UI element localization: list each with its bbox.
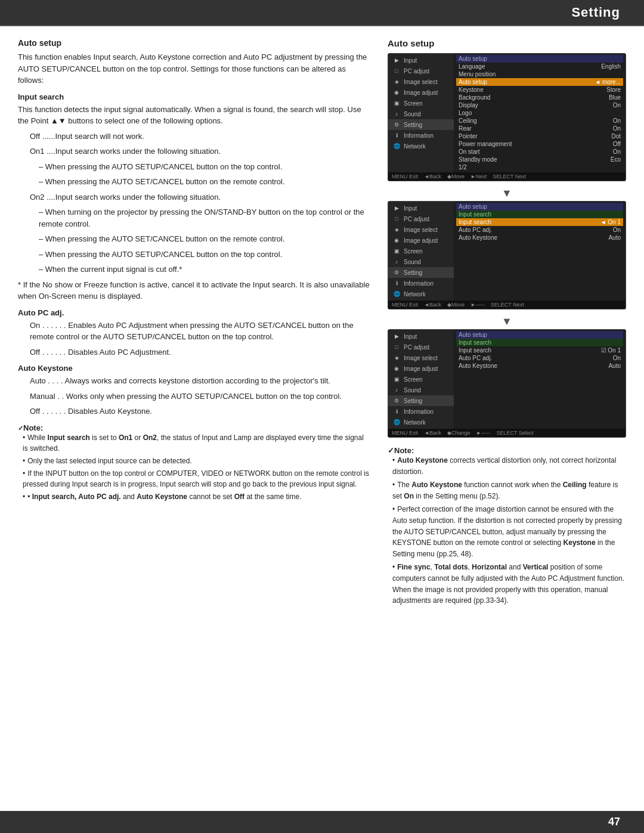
network-icon-3: 🌐 [392, 418, 401, 426]
left-item-input-2: ▶Input [388, 203, 454, 213]
main-content: Auto setup This function enables Input s… [0, 26, 644, 621]
right-note-1: Auto Keystone corrects vertical distorti… [392, 455, 626, 477]
auto-setup-right-title: Auto setup [388, 38, 626, 48]
right-item-auto-pc-2: Auto PC adj.On [456, 226, 623, 234]
imgsel-icon-2: ◈ [392, 225, 401, 234]
menu-bottom-bar-1: MENU Exit ◄Back ◆Move ►Next SELECT Next [388, 172, 626, 181]
left-item-image-adjust: ◉Image adjust [388, 87, 454, 98]
right-item-logo: Logo [456, 109, 623, 117]
right-item-input-search-2: Input search◄ On 1 [456, 218, 623, 226]
setting-icon-1: ⚙ [392, 120, 401, 129]
menu-right-1: Auto setup LanguageEnglish Menu position… [454, 54, 626, 172]
left-note-2: Only the last selected input source can … [23, 456, 370, 466]
left-item-info-3: ℹInformation [388, 406, 454, 417]
on1-item-1: – When pressing the AUTO SETUP/CANCEL bu… [39, 161, 370, 173]
left-item-pc-adjust: □PC adjust [388, 66, 454, 76]
arrow-down-2: ▼ [388, 315, 626, 328]
menu-screenshot-3: ▶Input □PC adjust ◈Image select ◉Image a… [388, 329, 626, 438]
screen-icon-3: ▣ [392, 375, 401, 383]
left-note-3: If the INPUT button on the top control o… [23, 468, 370, 490]
on2-item-1: – When turning on the projector by press… [39, 206, 370, 230]
page-header: Setting [0, 0, 644, 26]
pc-icon-2: □ [392, 215, 401, 223]
left-item-sound-3: ♪Sound [388, 385, 454, 395]
left-item-info-1: ℹInformation [388, 130, 454, 141]
intro-text: This function enables Input search, Auto… [18, 51, 370, 86]
right-item-power-mgmt: Power managementOff [456, 140, 623, 148]
left-column: Auto setup This function enables Input s… [18, 38, 370, 609]
menu-left-1: ▶Input □PC adjust ◈Image select ◉Image a… [388, 54, 454, 172]
left-note-1: While Input search is set to On1 or On2,… [23, 432, 370, 454]
left-item-network-2: 🌐Network [388, 289, 454, 299]
imgadj-icon-2: ◉ [392, 236, 401, 244]
left-item-setting-3: ⚙Setting [388, 395, 454, 406]
left-item-imgsel-2: ◈Image select [388, 224, 454, 235]
right-item-standby: Standby modeEco [456, 156, 623, 163]
left-item-input-3: ▶Input [388, 331, 454, 342]
left-item-sound-2: ♪Sound [388, 256, 454, 267]
input-icon-3: ▶ [392, 332, 401, 340]
right-item-keystone: KeystoneStore [456, 86, 623, 94]
off-text: Off ......Input search will not work. [30, 131, 370, 143]
on2-item-2: – When pressing the AUTO SET/CANCEL butt… [39, 233, 370, 245]
input-search-footnote: * If the No show or Freeze function is a… [18, 279, 370, 302]
image-adjust-icon: ◉ [392, 88, 401, 97]
left-item-info-2: ℹInformation [388, 278, 454, 289]
left-item-network-1: 🌐Network [388, 141, 454, 151]
menu-screenshot-2: ▶Input □PC adjust ◈Image select ◉Image a… [388, 201, 626, 309]
menu-left-2: ▶Input □PC adjust ◈Image select ◉Image a… [388, 202, 454, 301]
input-search-desc: This function detects the input signal a… [18, 104, 370, 127]
menu-bottom-bar-2: MENU Exit ◄Back ◆Move ►----- SELECT Next [388, 301, 626, 309]
setting-icon-2: ⚙ [392, 268, 401, 277]
input-icon-2: ▶ [392, 204, 401, 212]
left-item-network-3: 🌐Network [388, 417, 454, 428]
right-item-background: BackgroundBlue [456, 94, 623, 101]
right-note-3: Perfect correction of the image distorti… [392, 504, 626, 559]
menu-sub-header-2: Input search [456, 210, 623, 218]
sound-icon-2: ♪ [392, 258, 401, 266]
left-item-pc-2: □PC adjust [388, 213, 454, 224]
left-item-imgadj-2: ◉Image adjust [388, 235, 454, 246]
network-icon-1: 🌐 [392, 142, 401, 150]
menu-section-header-2: Auto setup [456, 203, 623, 210]
info-icon-1: ℹ [392, 131, 401, 140]
menu-right-2: Auto setup Input search Input search◄ On… [454, 202, 626, 301]
on1-item-2: – When pressing the AUTO SET/CANCEL butt… [39, 176, 370, 188]
right-item-pointer: PointerDot [456, 132, 623, 140]
menu-bottom-bar-3: MENU Exit ◄Back ◆Change ►----- SELECT Se… [388, 429, 626, 437]
menu-row-1: ▶Input □PC adjust ◈Image select ◉Image a… [388, 54, 626, 172]
auto-pc-adj-title: Auto PC adj. [18, 308, 370, 317]
imgsel-icon-3: ◈ [392, 354, 401, 362]
input-icon: ▶ [392, 56, 401, 64]
imgadj-icon-3: ◉ [392, 364, 401, 373]
auto-setup-left-title: Auto setup [18, 38, 370, 48]
left-item-setting-1: ⚙Setting [388, 119, 454, 130]
right-item-auto-ks-3: Auto KeystoneAuto [456, 362, 623, 370]
left-item-screen-2: ▣Screen [388, 246, 454, 256]
auto-pc-on: On . . . . . . Enables Auto PC Adjustmen… [30, 320, 370, 343]
menu-section-header-3: Auto setup [456, 331, 623, 339]
left-item-input: ▶Input [388, 55, 454, 66]
on2-intro: On2 ....Input search works under the fol… [30, 191, 370, 203]
right-note-title: ✓Note: [388, 446, 626, 455]
page-number: 47 [608, 816, 620, 828]
right-item-rear: RearOn [456, 125, 623, 132]
info-icon-3: ℹ [392, 407, 401, 416]
right-item-on-start: On startOn [456, 148, 623, 156]
pc-adjust-icon: □ [392, 67, 401, 75]
menu-left-3: ▶Input □PC adjust ◈Image select ◉Image a… [388, 330, 454, 429]
menu-sub-header-3: Input search [456, 339, 623, 346]
menu-row-3: ▶Input □PC adjust ◈Image select ◉Image a… [388, 330, 626, 429]
page-title: Setting [571, 5, 620, 20]
left-item-setting-2: ⚙Setting [388, 267, 454, 278]
left-note-4: • Input search, Auto PC adj. and Auto Ke… [23, 491, 370, 502]
pc-icon-3: □ [392, 343, 401, 351]
left-note-marker: Note: [18, 423, 370, 432]
right-item-page-num: 1/2 [456, 163, 623, 171]
menu-right-3: Auto setup Input search Input search☑ On… [454, 330, 626, 429]
auto-keystone-auto: Auto . . . . Always works and corrects k… [30, 375, 370, 387]
arrow-down-1: ▼ [388, 187, 626, 200]
input-search-title: Input search [18, 92, 370, 101]
setting-icon-3: ⚙ [392, 397, 401, 405]
image-select-icon: ◈ [392, 78, 401, 86]
